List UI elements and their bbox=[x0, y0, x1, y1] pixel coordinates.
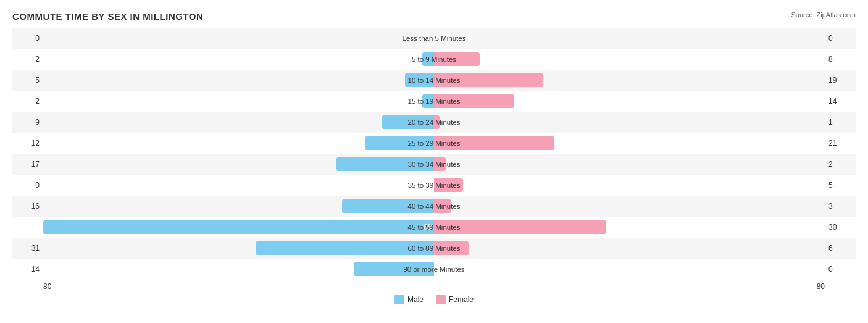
table-row: 68 45 to 59 Minutes 30 bbox=[12, 217, 856, 238]
right-value: 14 bbox=[825, 97, 856, 106]
bars-wrapper: 60 to 89 Minutes bbox=[43, 238, 825, 259]
bar-section: 10 to 14 Minutes bbox=[43, 70, 825, 91]
bars-wrapper: 10 to 14 Minutes bbox=[43, 70, 825, 91]
legend-female: Female bbox=[436, 295, 474, 304]
bar-section: 68 45 to 59 Minutes bbox=[43, 217, 825, 238]
right-value: 6 bbox=[825, 244, 856, 253]
table-row: 0 Less than 5 Minutes 0 bbox=[12, 28, 856, 49]
bottom-axis: 80 80 bbox=[12, 282, 856, 291]
right-value: 8 bbox=[825, 55, 856, 64]
left-value: 9 bbox=[12, 118, 43, 127]
bars-wrapper: 90 or more Minutes bbox=[43, 259, 825, 280]
right-value: 3 bbox=[825, 202, 856, 211]
female-bar bbox=[434, 178, 463, 192]
table-row: 12 25 to 29 Minutes 21 bbox=[12, 133, 856, 154]
table-row: 2 15 to 19 Minutes 14 bbox=[12, 91, 856, 112]
left-value: 2 bbox=[12, 55, 43, 64]
bars-wrapper: 40 to 44 Minutes bbox=[43, 196, 825, 217]
bars-wrapper: 5 to 9 Minutes bbox=[43, 49, 825, 70]
left-value: 17 bbox=[12, 160, 43, 169]
female-bar bbox=[434, 73, 543, 87]
female-bar bbox=[434, 115, 440, 129]
bars-wrapper: 35 to 39 Minutes bbox=[43, 175, 825, 196]
left-value: 5 bbox=[12, 76, 43, 85]
right-value: 5 bbox=[825, 181, 856, 190]
female-bar bbox=[434, 94, 514, 108]
chart-container: COMMUTE TIME BY SEX IN MILLINGTON Source… bbox=[0, 0, 868, 323]
bar-section: 25 to 29 Minutes bbox=[43, 133, 825, 154]
female-label: Female bbox=[449, 295, 474, 304]
left-value: 0 bbox=[12, 34, 43, 43]
table-row: 16 40 to 44 Minutes 3 bbox=[12, 196, 856, 217]
female-bar bbox=[434, 241, 469, 255]
right-value: 21 bbox=[825, 139, 856, 148]
bars-wrapper: 25 to 29 Minutes bbox=[43, 133, 825, 154]
right-value: 30 bbox=[825, 223, 856, 232]
male-label: Male bbox=[407, 295, 424, 304]
bar-section: 15 to 19 Minutes bbox=[43, 91, 825, 112]
male-bar: 68 bbox=[43, 220, 434, 234]
table-row: 9 20 to 24 Minutes 1 bbox=[12, 112, 856, 133]
bars-wrapper: 68 45 to 59 Minutes bbox=[43, 217, 825, 238]
male-swatch bbox=[394, 295, 404, 304]
right-value: 2 bbox=[825, 160, 856, 169]
legend: Male Female bbox=[12, 295, 856, 304]
bar-section: 35 to 39 Minutes bbox=[43, 175, 825, 196]
chart-title: COMMUTE TIME BY SEX IN MILLINGTON bbox=[12, 11, 856, 22]
left-value: 2 bbox=[12, 97, 43, 106]
table-row: 31 60 to 89 Minutes 6 bbox=[12, 238, 856, 259]
male-bar bbox=[256, 241, 434, 255]
left-value: 0 bbox=[12, 181, 43, 190]
female-bar bbox=[434, 220, 606, 234]
rows-area: 0 Less than 5 Minutes 0 2 5 to 9 Minutes bbox=[12, 28, 856, 280]
bar-section: Less than 5 Minutes bbox=[43, 28, 825, 49]
table-row: 2 5 to 9 Minutes 8 bbox=[12, 49, 856, 70]
bars-wrapper: 15 to 19 Minutes bbox=[43, 91, 825, 112]
male-bar bbox=[405, 73, 434, 87]
axis-left: 80 bbox=[43, 282, 51, 291]
table-row: 5 10 to 14 Minutes 19 bbox=[12, 70, 856, 91]
table-row: 14 90 or more Minutes 0 bbox=[12, 259, 856, 280]
female-bar bbox=[434, 136, 554, 150]
right-value: 19 bbox=[825, 76, 856, 85]
female-bar bbox=[434, 157, 446, 171]
source-label: Source: ZipAtlas.com bbox=[791, 11, 856, 19]
right-value: 0 bbox=[825, 34, 856, 43]
bar-section: 20 to 24 Minutes bbox=[43, 112, 825, 133]
table-row: 0 35 to 39 Minutes 5 bbox=[12, 175, 856, 196]
row-label: Less than 5 Minutes bbox=[403, 35, 466, 42]
right-value: 1 bbox=[825, 118, 856, 127]
bar-section: 60 to 89 Minutes bbox=[43, 238, 825, 259]
female-bar bbox=[434, 199, 451, 213]
legend-male: Male bbox=[394, 295, 424, 304]
bar-section: 5 to 9 Minutes bbox=[43, 49, 825, 70]
male-bar bbox=[382, 115, 434, 129]
axis-right: 80 bbox=[817, 282, 825, 291]
bars-wrapper: Less than 5 Minutes bbox=[43, 28, 825, 49]
left-value: 16 bbox=[12, 202, 43, 211]
male-bar bbox=[422, 52, 434, 66]
female-bar bbox=[434, 52, 480, 66]
male-bar bbox=[354, 262, 434, 276]
bar-section: 40 to 44 Minutes bbox=[43, 196, 825, 217]
bars-wrapper: 30 to 34 Minutes bbox=[43, 154, 825, 175]
bars-wrapper: 20 to 24 Minutes bbox=[43, 112, 825, 133]
left-value: 31 bbox=[12, 244, 43, 253]
table-row: 17 30 to 34 Minutes 2 bbox=[12, 154, 856, 175]
bar-section: 90 or more Minutes bbox=[43, 259, 825, 280]
right-value: 0 bbox=[825, 265, 856, 274]
male-bar bbox=[365, 136, 434, 150]
male-bar bbox=[336, 157, 434, 171]
left-value: 14 bbox=[12, 265, 43, 274]
left-value: 12 bbox=[12, 139, 43, 148]
male-bar bbox=[422, 94, 434, 108]
female-swatch bbox=[436, 295, 446, 304]
male-bar bbox=[342, 199, 434, 213]
bar-section: 30 to 34 Minutes bbox=[43, 154, 825, 175]
